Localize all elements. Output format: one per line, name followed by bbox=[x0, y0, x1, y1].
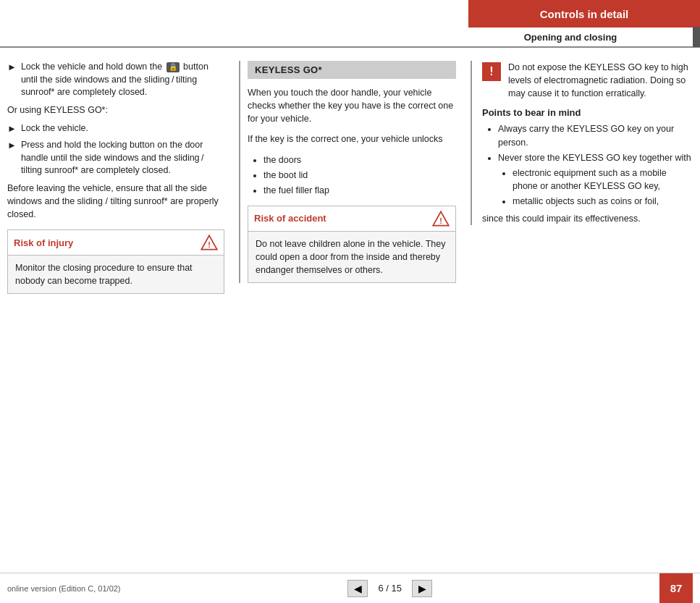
subheader-indicator bbox=[693, 27, 700, 47]
right-column: ! Do not expose the KEYLESS GO key to hi… bbox=[463, 61, 693, 294]
keyless-bullet-list: the doors the boot lid the fuel filler f… bbox=[248, 153, 456, 197]
arrow-icon: ► bbox=[7, 62, 17, 72]
keyless-bullet-boot: the boot lid bbox=[263, 169, 456, 182]
keyless-if: If the key is the correct one, your vehi… bbox=[248, 132, 456, 146]
lock-icon: 🔒 bbox=[166, 62, 180, 72]
svg-text:!: ! bbox=[439, 216, 442, 224]
main-content: ► Lock the vehicle and hold down the 🔒 b… bbox=[0, 48, 700, 301]
footer-edition: online version (Edition C, 01/02) bbox=[7, 584, 121, 593]
warning-square-icon: ! bbox=[482, 62, 501, 81]
next-page-button[interactable]: ▶ bbox=[412, 580, 432, 597]
warning-text: Do not expose the KEYLESS GO key to high… bbox=[508, 61, 693, 100]
risk-injury-title: Risk of injury bbox=[14, 237, 73, 248]
arrow-item-lock-vehicle: ► Lock the vehicle. bbox=[7, 122, 224, 135]
mid-col-inner: KEYLESS GO* When you touch the door hand… bbox=[239, 61, 456, 283]
subheader-title: Opening and closing bbox=[461, 32, 693, 43]
risk-accident-body: Do not leave children alone in the vehic… bbox=[248, 232, 455, 282]
footer-page-number: 87 bbox=[659, 573, 693, 604]
risk-injury-header: Risk of injury ! bbox=[8, 230, 224, 256]
arrow-icon-3: ► bbox=[7, 140, 17, 151]
header-bar: Controls in detail bbox=[0, 0, 700, 28]
header-title: Controls in detail bbox=[468, 0, 700, 28]
bullet-always-carry: Always carry the KEYLESS GO key on your … bbox=[498, 122, 693, 148]
arrow-text-lock: Lock the vehicle and hold down the 🔒 but… bbox=[21, 61, 224, 99]
footer-nav: ◀ 6 / 15 ▶ bbox=[347, 580, 432, 597]
keyless-bullet-doors: the doors bbox=[263, 153, 456, 166]
bullet-never-store: Never store the KEYLESS GO key together … bbox=[498, 151, 693, 208]
page-current: 6 bbox=[378, 583, 383, 594]
page-indicator: 6 / 15 bbox=[372, 583, 408, 594]
arrow-icon-2: ► bbox=[7, 123, 17, 134]
keyless-go-header: KEYLESS GO* bbox=[248, 61, 456, 79]
warning-triangle-accident-icon: ! bbox=[432, 210, 450, 227]
sub-bullet-metallic: metallic objects such as coins or foil, bbox=[513, 195, 693, 208]
since-text: since this could impair its effectivenes… bbox=[482, 212, 693, 225]
keyless-bullet-fuel: the fuel filler flap bbox=[263, 184, 456, 197]
left-column: ► Lock the vehicle and hold down the 🔒 b… bbox=[7, 61, 232, 294]
arrow-item-press-hold: ► Press and hold the locking button on t… bbox=[7, 139, 224, 177]
subheader-bar: Opening and closing bbox=[0, 28, 700, 48]
risk-accident-title: Risk of accident bbox=[254, 213, 326, 224]
warning-triangle-icon: ! bbox=[201, 234, 218, 251]
page-total: 15 bbox=[392, 583, 402, 594]
arrow-text-press-hold: Press and hold the locking button on the… bbox=[21, 139, 224, 177]
sub-bullet-electronic: electronic equipment such as a mobile ph… bbox=[513, 166, 693, 193]
arrow-item-lock: ► Lock the vehicle and hold down the 🔒 b… bbox=[7, 61, 224, 99]
keyless-intro: When you touch the door handle, your veh… bbox=[248, 86, 456, 125]
page-separator: / bbox=[386, 583, 391, 594]
risk-injury-box: Risk of injury ! Monitor the closing pro… bbox=[7, 229, 224, 294]
risk-accident-box: Risk of accident ! Do not leave children… bbox=[248, 206, 456, 283]
arrow-text-lock-vehicle: Lock the vehicle. bbox=[21, 122, 88, 135]
footer: online version (Edition C, 01/02) ◀ 6 / … bbox=[0, 573, 700, 603]
risk-injury-body: Monitor the closing procedure to ensure … bbox=[8, 256, 224, 293]
before-text: Before leaving the vehicle, ensure that … bbox=[7, 182, 224, 221]
warning-icon-row: ! Do not expose the KEYLESS GO key to hi… bbox=[482, 61, 693, 100]
or-text: Or using KEYLESS GO*: bbox=[7, 104, 224, 117]
svg-text:!: ! bbox=[208, 240, 211, 249]
points-list: Always carry the KEYLESS GO key on your … bbox=[482, 122, 693, 208]
right-col-inner: ! Do not expose the KEYLESS GO key to hi… bbox=[471, 61, 693, 225]
prev-page-button[interactable]: ◀ bbox=[347, 580, 368, 597]
risk-accident-header: Risk of accident ! bbox=[248, 206, 455, 232]
points-heading: Points to bear in mind bbox=[482, 107, 693, 118]
bullet-never-store-sub: electronic equipment such as a mobile ph… bbox=[498, 166, 693, 208]
mid-column: KEYLESS GO* When you touch the door hand… bbox=[232, 61, 463, 294]
